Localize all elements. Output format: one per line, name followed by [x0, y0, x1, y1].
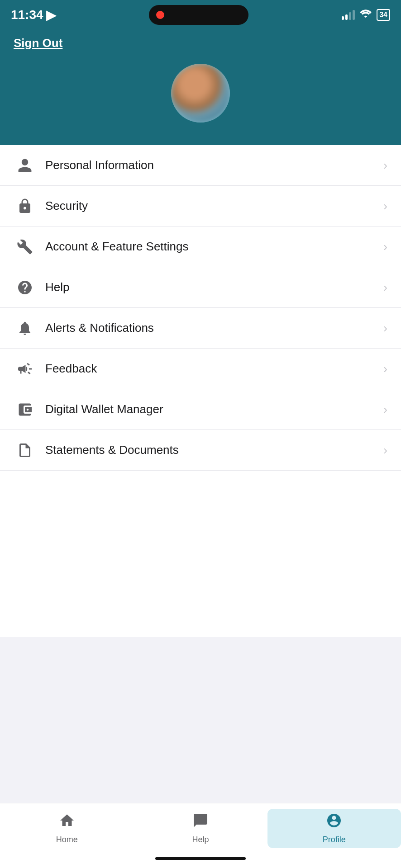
alerts-notifications-label: Alerts & Notifications	[45, 321, 383, 335]
chevron-right-icon: ›	[383, 321, 387, 335]
recording-indicator	[156, 11, 164, 19]
menu-item-digital-wallet-manager[interactable]: Digital Wallet Manager ›	[0, 389, 401, 430]
avatar-image	[171, 64, 230, 123]
battery-icon: 34	[377, 9, 390, 21]
security-label: Security	[45, 199, 383, 213]
home-indicator	[155, 857, 246, 860]
menu-item-security[interactable]: Security ›	[0, 186, 401, 226]
chevron-right-icon: ›	[383, 402, 387, 417]
chevron-right-icon: ›	[383, 199, 387, 213]
menu-item-feedback[interactable]: Feedback ›	[0, 349, 401, 389]
wallet-icon	[14, 401, 36, 418]
bell-icon	[14, 320, 36, 336]
personal-information-label: Personal Information	[45, 158, 383, 172]
tab-profile-label: Profile	[323, 835, 346, 844]
person-icon	[14, 157, 36, 174]
chevron-right-icon: ›	[383, 240, 387, 254]
tab-home-label: Home	[56, 835, 78, 844]
help-label: Help	[45, 280, 383, 294]
megaphone-icon	[14, 361, 36, 377]
profile-header: Sign Out	[0, 27, 401, 145]
chevron-right-icon: ›	[383, 158, 387, 173]
help-circle-icon	[14, 279, 36, 296]
menu-item-personal-information[interactable]: Personal Information ›	[0, 145, 401, 186]
digital-wallet-manager-label: Digital Wallet Manager	[45, 402, 383, 416]
signal-icon	[342, 10, 355, 20]
tab-home[interactable]: Home	[0, 809, 134, 848]
sign-out-button[interactable]: Sign Out	[14, 36, 62, 50]
person-circle-icon	[326, 812, 342, 832]
wrench-icon	[14, 239, 36, 255]
content-spacer	[0, 637, 401, 803]
statements-documents-label: Statements & Documents	[45, 443, 383, 457]
chat-icon	[192, 812, 209, 832]
tab-help-label: Help	[192, 835, 209, 844]
status-time: 11:34 ▶	[11, 8, 56, 23]
feedback-label: Feedback	[45, 362, 383, 376]
menu-list: Personal Information › Security › Accoun…	[0, 145, 401, 637]
location-arrow-icon: ▶	[46, 8, 56, 23]
lock-icon	[14, 198, 36, 214]
status-indicators: 34	[342, 9, 390, 21]
menu-item-statements-documents[interactable]: Statements & Documents ›	[0, 430, 401, 471]
chevron-right-icon: ›	[383, 362, 387, 376]
menu-item-alerts-notifications[interactable]: Alerts & Notifications ›	[0, 308, 401, 349]
status-bar: 11:34 ▶ 34	[0, 0, 401, 27]
tab-help[interactable]: Help	[134, 809, 267, 848]
dynamic-island	[149, 5, 248, 25]
tab-profile[interactable]: Profile	[267, 809, 401, 848]
wifi-icon	[359, 9, 372, 21]
document-icon	[14, 442, 36, 458]
account-feature-settings-label: Account & Feature Settings	[45, 240, 383, 254]
home-icon	[59, 812, 75, 832]
menu-item-help[interactable]: Help ›	[0, 267, 401, 308]
menu-item-account-feature-settings[interactable]: Account & Feature Settings ›	[0, 226, 401, 267]
chevron-right-icon: ›	[383, 443, 387, 458]
chevron-right-icon: ›	[383, 280, 387, 295]
tab-bar: Home Help Profile	[0, 803, 401, 853]
avatar	[171, 64, 230, 123]
